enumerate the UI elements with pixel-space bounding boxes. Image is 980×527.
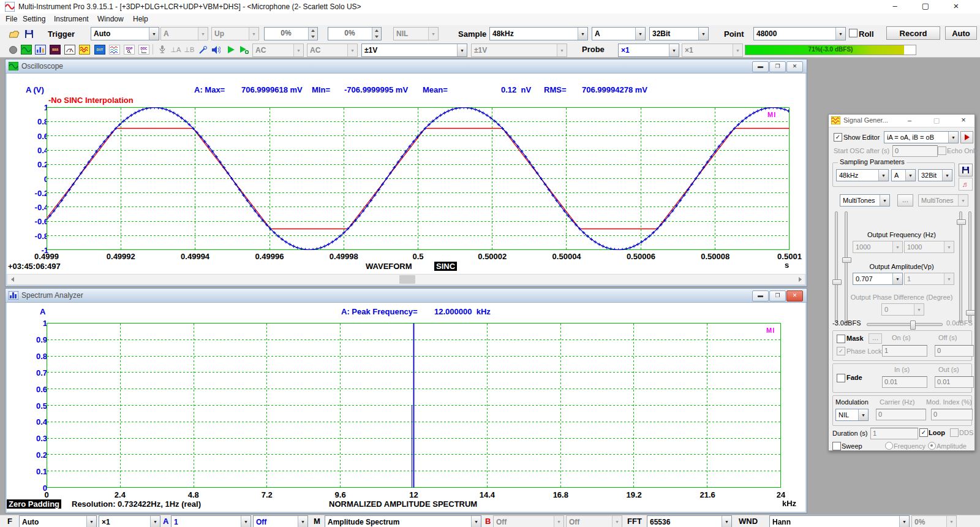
oscilloscope-titlebar[interactable]: Oscilloscope ▬ ❐ ✕ — [6, 59, 807, 74]
menu-setting[interactable]: Setting — [20, 15, 48, 25]
minimize-icon[interactable]: ▬ — [752, 61, 769, 72]
save-icon[interactable] — [22, 27, 36, 40]
window-function-combo[interactable]: Hann▼ — [769, 515, 910, 527]
scope-timestamp: +03:45:06:497 — [8, 262, 61, 271]
signal-generator-titlebar[interactable]: Signal Gener... – ▢ × — [829, 115, 974, 127]
trigger-level-spinner[interactable]: 0% — [264, 27, 318, 40]
spinner-arrows-icon[interactable] — [308, 28, 317, 40]
record-button[interactable]: Record — [886, 26, 940, 40]
ddp-viewer-icon[interactable]: DDP — [123, 43, 136, 56]
minimize-icon[interactable]: ▬ — [752, 290, 769, 301]
roll-checkbox[interactable] — [849, 29, 858, 37]
fft-size-combo[interactable]: 65536▼ — [647, 515, 732, 527]
menu-help[interactable]: Help — [130, 15, 151, 25]
scope-sinc-badge[interactable]: SINC — [434, 262, 457, 271]
gen-sampling-rate-combo[interactable]: 48kHz▼ — [836, 169, 889, 181]
gen-channel-combo[interactable]: A▼ — [891, 169, 916, 181]
record-indicator-icon[interactable] — [6, 43, 20, 56]
app-title: Multi-Instrument Pro 3.9.15.1 - [+3DP+DL… — [18, 2, 361, 11]
maximize-icon[interactable]: ❐ — [769, 290, 786, 301]
sweep-checkbox[interactable] — [832, 442, 841, 450]
menu-instrument[interactable]: Instrument — [51, 15, 91, 25]
device-test-plan-icon[interactable]: DUT — [93, 43, 107, 56]
open-file-icon[interactable] — [7, 27, 21, 40]
close-icon[interactable]: ✕ — [786, 290, 803, 301]
oscilloscope-icon[interactable] — [20, 43, 33, 56]
spectrum-analyzer-icon[interactable] — [34, 43, 47, 56]
multi-trace-icon[interactable] — [108, 43, 121, 56]
amp-a-combo[interactable]: 0.707▼ — [853, 273, 903, 285]
freq-axis-combo[interactable]: Auto▼ — [19, 515, 97, 527]
fade-label: Fade — [846, 374, 862, 381]
speaker-icon[interactable] — [209, 43, 223, 56]
sampling-channel-combo[interactable]: A▼ — [592, 27, 646, 40]
restore-icon[interactable]: ❐ — [769, 61, 786, 72]
a-gain-combo[interactable]: 1▼ — [171, 515, 251, 527]
mask-checkbox[interactable] — [837, 335, 845, 343]
probe-a-combo[interactable]: ×1▼ — [618, 44, 679, 57]
scope-h-scrollbar[interactable] — [7, 274, 805, 285]
ddc-icon[interactable]: DDC — [137, 43, 151, 56]
trigger-mode-combo[interactable]: Auto▼ — [91, 27, 159, 40]
close-icon[interactable]: × — [959, 116, 968, 125]
scope-mean-value: 0.12 nV — [501, 85, 531, 94]
record-length-combo[interactable]: 48000▼ — [753, 27, 846, 40]
spectrum-plot[interactable] — [47, 323, 781, 488]
spinner-arrows-icon[interactable] — [372, 28, 381, 40]
zero-padding-badge[interactable]: Zero Padding — [7, 499, 61, 509]
scope-plot[interactable] — [47, 107, 790, 250]
close-icon[interactable]: ✕ — [786, 61, 803, 72]
chevron-down-icon: ▼ — [457, 44, 467, 56]
scroll-right-icon[interactable] — [795, 275, 805, 284]
x-tick-label: 0.50006 — [627, 252, 655, 261]
zoom-combo[interactable]: ×1▼ — [99, 515, 160, 527]
a-ref-combo[interactable]: Off▼ — [253, 515, 308, 527]
gen-bit-depth-combo[interactable]: 32Bit▼ — [918, 169, 952, 181]
wave-a-combo[interactable]: MultiTones▼ — [840, 194, 890, 207]
gen-save-button[interactable] — [959, 164, 973, 176]
spectrum-titlebar[interactable]: Spectrum Analyzer ▬ ❐ ✕ — [6, 289, 807, 303]
maximize-icon[interactable]: ▢ — [911, 0, 940, 13]
trigger-delay-spinner[interactable]: 0% — [328, 27, 382, 40]
range-a-combo[interactable]: ±1V▼ — [361, 44, 467, 57]
auto-button[interactable]: Auto — [945, 26, 977, 40]
modulation-combo[interactable]: NIL▼ — [835, 409, 869, 421]
x-tick-label: 7.2 — [262, 490, 273, 499]
sampling-rate-combo[interactable]: 48kHz▼ — [489, 27, 588, 40]
scroll-thumb[interactable] — [399, 275, 415, 284]
multimeter-icon[interactable]: 888 — [48, 43, 62, 56]
loop-checkbox[interactable] — [919, 428, 928, 437]
input-level-meter: 71%(-3.0 dBFS) — [745, 45, 916, 55]
generator-play-button[interactable] — [960, 131, 973, 143]
play-loop-icon[interactable] — [238, 43, 251, 56]
start-osc-label: Start OSC after (s) — [834, 147, 889, 154]
scroll-left-icon[interactable] — [7, 275, 17, 284]
x-tick-label: 0.50002 — [478, 252, 507, 261]
wave-a-browse-button[interactable]: ... — [897, 194, 913, 207]
minimize-icon[interactable]: – — [881, 0, 909, 13]
gauge-meter-icon[interactable] — [63, 43, 77, 56]
fade-checkbox[interactable] — [837, 374, 845, 382]
signal-generator-icon[interactable] — [78, 43, 91, 56]
calibration-icon[interactable] — [196, 43, 209, 56]
duration-input: 1 — [870, 428, 918, 439]
maximize-icon[interactable]: ▢ — [932, 116, 941, 125]
x-tick-label: 19.2 — [627, 490, 642, 499]
menu-window[interactable]: Window — [95, 15, 126, 25]
show-editor-checkbox[interactable] — [834, 133, 842, 142]
routing-combo[interactable]: iA = oA, iB = oB▼ — [884, 131, 959, 143]
sweep-label: Sweep — [842, 442, 862, 450]
x-tick-label: 0.50008 — [701, 252, 729, 261]
bit-depth-combo[interactable]: 32Bit▼ — [649, 27, 709, 40]
close-icon[interactable]: × — [942, 0, 970, 13]
menu-file[interactable]: File — [3, 15, 20, 25]
measurement-combo[interactable]: Amplitude Spectrum▼ — [325, 515, 481, 527]
dbfs-slider[interactable] — [867, 323, 943, 326]
microphone-icon[interactable] — [156, 43, 169, 56]
minimize-icon[interactable]: – — [905, 116, 914, 125]
mask-on-label: On (s) — [892, 334, 911, 341]
scope-x-axis: 0.49990.499920.499940.499960.499980.50.5… — [47, 252, 790, 262]
x-tick-label: 0.4999 — [34, 252, 59, 261]
play-icon[interactable] — [224, 43, 238, 56]
chevron-down-icon: ▼ — [698, 28, 708, 40]
